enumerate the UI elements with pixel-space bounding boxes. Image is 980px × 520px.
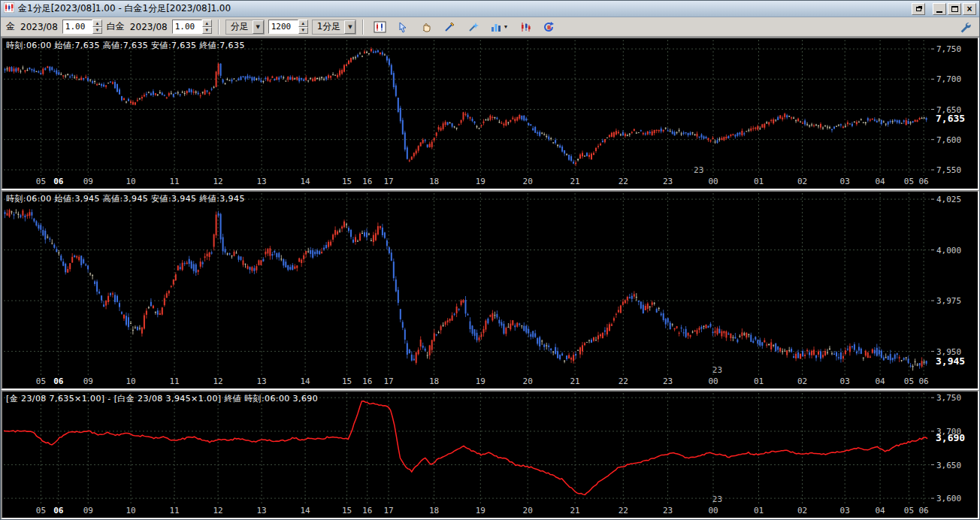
- gold-candlestick-chart[interactable]: 7,7507,7007,6507,6007,5507,6350506091011…: [2, 38, 978, 189]
- toolbar: 金 2023/08 ▲▼ 白金 2023/08 ▲▼ 分足 ▼ ▲▼ 1分足 ▼: [1, 17, 979, 37]
- svg-text:20: 20: [523, 506, 533, 515]
- svg-text:03: 03: [840, 177, 850, 186]
- svg-text:17: 17: [383, 177, 393, 186]
- svg-text:7,635: 7,635: [936, 113, 965, 124]
- child-restore-button[interactable]: [912, 3, 925, 15]
- bar-count-up-button[interactable]: ▲: [298, 20, 308, 27]
- timeframe-combobox[interactable]: 1分足 ▼: [312, 20, 357, 35]
- refresh-icon: B: [543, 21, 555, 33]
- gold-multiplier-down-button[interactable]: ▼: [92, 27, 102, 35]
- svg-text:7,550: 7,550: [936, 165, 961, 175]
- chart-frame-button[interactable]: [370, 19, 389, 35]
- svg-text:7,600: 7,600: [936, 135, 961, 145]
- candle-chart-icon: [519, 21, 531, 33]
- svg-text:05: 05: [36, 506, 46, 515]
- platinum-candlestick-chart[interactable]: 4,0254,0003,9753,9503,945050609101112131…: [2, 192, 978, 388]
- gold-label: 金: [5, 20, 16, 33]
- svg-text:14: 14: [300, 177, 310, 186]
- window-title: 金1分足[2023/08]1.00 - 白金1分足[2023/08]1.00: [18, 2, 908, 15]
- chevron-down-icon[interactable]: ▼: [503, 24, 508, 29]
- svg-text:05: 05: [904, 177, 914, 186]
- app-window: 金1分足[2023/08]1.00 - 白金1分足[2023/08]1.00 ×…: [0, 0, 980, 520]
- svg-text:00: 00: [708, 506, 718, 515]
- titlebar[interactable]: 金1分足[2023/08]1.00 - 白金1分足[2023/08]1.00 ×: [1, 1, 979, 17]
- svg-text:06: 06: [918, 506, 928, 515]
- platinum-multiplier-up-button[interactable]: ▲: [202, 20, 212, 27]
- svg-text:11: 11: [169, 376, 179, 386]
- pencil-draw-icon: [443, 21, 455, 33]
- spread-chart-panel: [金 23/08 7,635×1.00] - [白金 23/08 3,945×1…: [1, 390, 979, 519]
- gold-multiplier-up-button[interactable]: ▲: [92, 20, 102, 27]
- bar-count-down-button[interactable]: ▼: [298, 27, 308, 35]
- svg-text:05: 05: [36, 177, 46, 186]
- bar-count-input[interactable]: [268, 20, 298, 34]
- spread-info: [金 23/08 7,635×1.00] - [白金 23/08 3,945×1…: [6, 393, 318, 404]
- svg-text:06: 06: [918, 376, 928, 386]
- close-button[interactable]: ×: [963, 3, 976, 15]
- bar-chart-button[interactable]: ▼: [486, 19, 512, 35]
- svg-text:16: 16: [362, 506, 372, 515]
- timeframe-value: 1分足: [317, 20, 341, 33]
- svg-text:3,750: 3,750: [936, 393, 961, 403]
- svg-text:04: 04: [875, 177, 885, 186]
- wand-tool-icon: [467, 21, 479, 33]
- svg-text:18: 18: [429, 177, 439, 186]
- svg-text:3,600: 3,600: [936, 494, 961, 503]
- hand-tool-button[interactable]: [416, 19, 436, 35]
- candle-chart-button[interactable]: [516, 19, 535, 35]
- svg-text:02: 02: [797, 506, 807, 515]
- hand-tool-icon: [420, 21, 432, 33]
- maximize-button[interactable]: [948, 3, 961, 15]
- chevron-down-icon[interactable]: ▼: [344, 20, 355, 34]
- gold-multiplier-input[interactable]: [62, 20, 92, 34]
- svg-text:21: 21: [570, 376, 579, 386]
- interval-type-combobox[interactable]: 分足 ▼: [225, 20, 265, 35]
- svg-text:23: 23: [663, 506, 673, 515]
- svg-text:06: 06: [53, 376, 64, 386]
- platinum-contract-month: 2023/08: [129, 22, 168, 32]
- refresh-button[interactable]: B: [539, 19, 558, 35]
- svg-text:09: 09: [83, 506, 93, 515]
- svg-text:16: 16: [362, 376, 372, 386]
- minimize-button[interactable]: [933, 3, 946, 15]
- svg-text:3,975: 3,975: [936, 296, 961, 306]
- svg-text:23: 23: [663, 376, 673, 386]
- svg-text:15: 15: [342, 177, 352, 186]
- svg-text:15: 15: [342, 376, 352, 386]
- svg-text:10: 10: [126, 376, 135, 386]
- svg-text:23: 23: [712, 494, 722, 504]
- svg-text:11: 11: [169, 177, 179, 186]
- chart-frame-icon: [374, 21, 386, 33]
- svg-text:01: 01: [754, 506, 764, 515]
- svg-text:05: 05: [36, 376, 46, 386]
- platinum-multiplier-down-button[interactable]: ▼: [202, 27, 212, 35]
- bar-chart-icon: [490, 21, 502, 33]
- svg-text:03: 03: [840, 506, 850, 515]
- svg-text:06: 06: [918, 177, 928, 186]
- select-arrow-icon: [397, 21, 409, 33]
- svg-text:13: 13: [256, 376, 266, 386]
- svg-text:17: 17: [383, 376, 393, 386]
- platinum-multiplier-spinner: ▲▼: [172, 20, 212, 34]
- platinum-multiplier-input[interactable]: [172, 20, 202, 34]
- svg-text:21: 21: [570, 506, 579, 515]
- settings-wrench-button[interactable]: [955, 19, 975, 35]
- gold-ohlc-info: 時刻:06:00 始値:7,635 高値:7,635 安値:7,635 終値:7…: [6, 40, 245, 51]
- svg-text:18: 18: [429, 506, 439, 515]
- svg-text:23: 23: [694, 165, 703, 175]
- line-draw-button[interactable]: [440, 19, 459, 35]
- select-arrow-button[interactable]: [393, 19, 413, 35]
- svg-text:10: 10: [126, 506, 135, 515]
- spread-line-chart[interactable]: 3,7503,7003,6503,6003,690050609101112131…: [2, 392, 978, 518]
- svg-text:01: 01: [754, 177, 764, 186]
- toolbar-separator: [362, 20, 364, 35]
- svg-text:22: 22: [619, 506, 628, 515]
- gold-contract-month: 2023/08: [20, 22, 59, 32]
- toolbar-separator: [218, 20, 219, 35]
- wand-tool-button[interactable]: [463, 19, 482, 35]
- svg-text:17: 17: [383, 506, 393, 515]
- svg-text:04: 04: [875, 506, 885, 515]
- svg-text:B: B: [547, 25, 551, 31]
- chevron-down-icon[interactable]: ▼: [253, 20, 264, 34]
- svg-text:23: 23: [712, 365, 722, 375]
